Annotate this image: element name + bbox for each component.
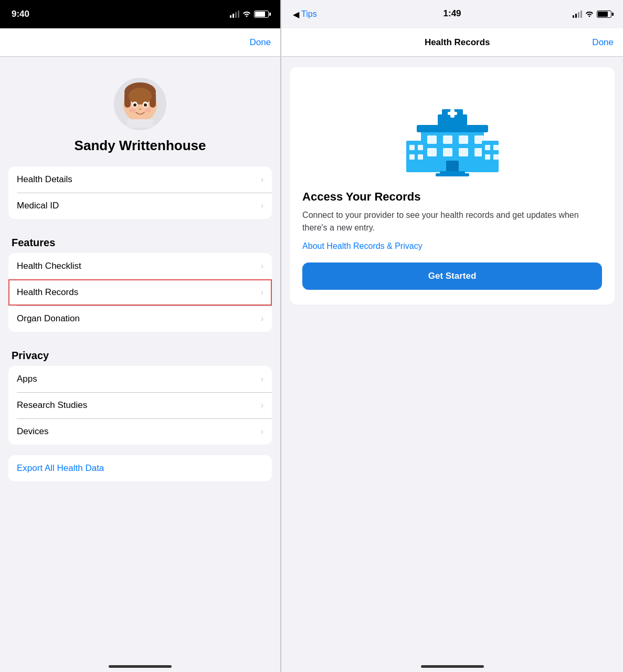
- health-details-label: Health Details: [17, 174, 72, 185]
- right-content: Access Your Records Connect to your prov…: [281, 57, 623, 656]
- health-records-item[interactable]: Health Records ›: [8, 279, 272, 306]
- medical-id-item[interactable]: Medical ID ›: [8, 193, 272, 219]
- left-panel: 9:40 Done: [0, 0, 280, 672]
- left-time: 9:40: [12, 9, 29, 19]
- right-status-icons: [573, 10, 611, 18]
- svg-rect-38: [485, 154, 490, 160]
- right-home-indicator: [281, 656, 623, 672]
- chevron-right-icon: ›: [261, 427, 263, 436]
- svg-rect-18: [450, 109, 455, 118]
- records-privacy-link[interactable]: About Health Records & Privacy: [302, 242, 423, 251]
- left-nav-bar: Done: [0, 28, 280, 57]
- export-item[interactable]: Export All Health Data: [8, 455, 272, 481]
- organ-donation-item[interactable]: Organ Donation ›: [8, 306, 272, 332]
- export-label: Export All Health Data: [17, 463, 104, 474]
- features-list: Health Checklist › Health Records › Orga…: [8, 253, 272, 332]
- left-content: Sandy Writtenhouse Health Details › Medi…: [0, 57, 280, 656]
- records-card: Access Your Records Connect to your prov…: [290, 67, 615, 304]
- chevron-right-icon: ›: [261, 201, 263, 211]
- left-status-bar: 9:40: [0, 0, 280, 28]
- apps-item[interactable]: Apps ›: [8, 366, 272, 392]
- svg-rect-12: [127, 119, 153, 128]
- memoji-icon: [117, 80, 164, 128]
- battery-icon: [597, 10, 611, 18]
- svg-rect-39: [493, 154, 499, 160]
- svg-rect-37: [493, 145, 499, 150]
- hospital-icon: [400, 83, 505, 177]
- svg-point-9: [139, 108, 142, 110]
- health-records-label: Health Records: [17, 287, 78, 298]
- right-status-bar: ◀ Tips 1:49: [281, 0, 623, 28]
- privacy-section-header: Privacy: [8, 342, 272, 366]
- health-checklist-label: Health Checklist: [17, 261, 81, 271]
- svg-point-4: [129, 88, 152, 104]
- chevron-right-icon: ›: [261, 288, 263, 297]
- chevron-right-icon: ›: [261, 374, 263, 384]
- right-nav-title: Health Records: [425, 37, 490, 48]
- chevron-right-icon: ›: [261, 314, 263, 323]
- medical-id-label: Medical ID: [17, 201, 59, 211]
- devices-label: Devices: [17, 426, 48, 437]
- svg-point-8: [144, 103, 147, 107]
- health-checklist-item[interactable]: Health Checklist ›: [8, 253, 272, 279]
- svg-rect-21: [459, 135, 468, 144]
- svg-rect-25: [459, 148, 468, 156]
- right-nav-bar: Health Records Done: [281, 28, 623, 57]
- wifi-icon: [585, 10, 594, 18]
- chevron-right-icon: ›: [261, 401, 263, 410]
- battery-icon: [254, 10, 269, 18]
- left-home-indicator: [0, 656, 280, 672]
- profile-name: Sandy Writtenhouse: [75, 138, 206, 154]
- home-bar: [109, 665, 172, 668]
- hospital-illustration: [302, 83, 602, 177]
- profile-section: Sandy Writtenhouse: [8, 67, 272, 166]
- avatar: [114, 78, 166, 130]
- svg-rect-19: [427, 135, 437, 144]
- research-studies-label: Research Studies: [17, 400, 87, 411]
- svg-rect-24: [443, 148, 452, 156]
- signal-icon: [573, 10, 582, 18]
- organ-donation-label: Organ Donation: [17, 313, 80, 324]
- get-started-button[interactable]: Get Started: [302, 262, 602, 290]
- features-section-header: Features: [8, 229, 272, 253]
- back-tips-label: Tips: [301, 9, 317, 19]
- svg-rect-36: [485, 145, 490, 150]
- home-bar: [421, 665, 484, 668]
- svg-rect-32: [409, 145, 415, 150]
- svg-point-7: [133, 103, 136, 107]
- devices-item[interactable]: Devices ›: [8, 418, 272, 445]
- svg-rect-33: [418, 145, 423, 150]
- apps-label: Apps: [17, 374, 37, 384]
- svg-rect-27: [446, 161, 459, 172]
- svg-point-11: [145, 108, 151, 112]
- signal-icon: [230, 10, 239, 18]
- svg-point-10: [129, 108, 135, 112]
- left-done-button[interactable]: Done: [249, 37, 271, 48]
- privacy-list: Apps › Research Studies › Devices ›: [8, 366, 272, 445]
- right-panel: ◀ Tips 1:49 Health Records: [281, 0, 623, 672]
- svg-rect-35: [418, 154, 423, 160]
- research-studies-item[interactable]: Research Studies ›: [8, 392, 272, 418]
- chevron-right-icon: ›: [261, 261, 263, 271]
- svg-rect-20: [443, 135, 452, 144]
- records-description: Connect to your provider to see your hea…: [302, 209, 602, 234]
- account-list: Health Details › Medical ID ›: [8, 166, 272, 219]
- left-status-icons: [230, 10, 269, 18]
- svg-rect-23: [427, 148, 437, 156]
- right-time: 1:49: [444, 8, 461, 19]
- svg-rect-29: [436, 173, 469, 176]
- records-title: Access Your Records: [302, 190, 420, 204]
- right-done-button[interactable]: Done: [592, 37, 614, 48]
- svg-rect-34: [409, 154, 415, 160]
- chevron-right-icon: ›: [261, 175, 263, 184]
- health-details-item[interactable]: Health Details ›: [8, 166, 272, 193]
- wifi-icon: [242, 10, 251, 18]
